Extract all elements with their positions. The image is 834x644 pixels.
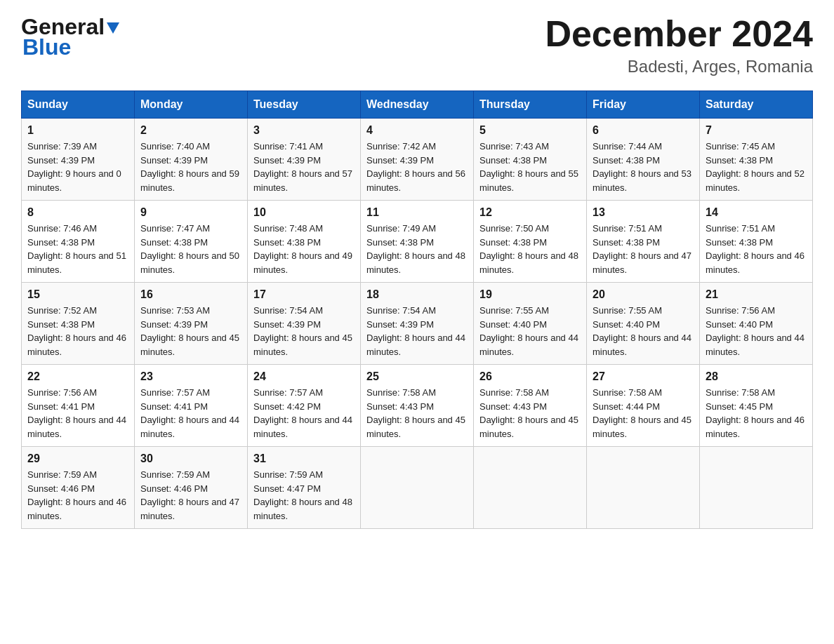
logo-triangle-icon [105,20,121,35]
day-info: Sunrise: 7:50 AM Sunset: 4:38 PM Dayligh… [479,222,581,276]
day-info: Sunrise: 7:54 AM Sunset: 4:39 PM Dayligh… [253,304,355,358]
sunset-label: Sunset: 4:39 PM [140,319,208,330]
sunrise-label: Sunrise: 7:54 AM [366,305,436,316]
day-info: Sunrise: 7:48 AM Sunset: 4:38 PM Dayligh… [253,222,355,276]
day-info: Sunrise: 7:57 AM Sunset: 4:42 PM Dayligh… [253,386,355,441]
day-number: 18 [366,288,468,301]
day-number: 27 [593,370,694,383]
day-info: Sunrise: 7:45 AM Sunset: 4:38 PM Dayligh… [706,140,807,194]
daylight-label: Daylight: 8 hours and 45 minutes. [593,415,691,439]
sunrise-label: Sunrise: 7:51 AM [593,223,662,234]
calendar-cell: 10 Sunrise: 7:48 AM Sunset: 4:38 PM Dayl… [248,201,361,283]
sunset-label: Sunset: 4:40 PM [479,319,547,330]
calendar-cell: 12 Sunrise: 7:50 AM Sunset: 4:38 PM Dayl… [474,201,587,283]
day-number: 10 [253,206,355,219]
day-info: Sunrise: 7:47 AM Sunset: 4:38 PM Dayligh… [140,222,241,276]
sunset-label: Sunset: 4:40 PM [706,319,773,330]
sunset-label: Sunset: 4:38 PM [479,155,547,166]
sunrise-label: Sunrise: 7:59 AM [140,469,210,480]
day-number: 22 [27,370,128,383]
daylight-label: Daylight: 8 hours and 53 minutes. [593,168,691,193]
day-info: Sunrise: 7:58 AM Sunset: 4:43 PM Dayligh… [366,386,468,441]
daylight-label: Daylight: 8 hours and 45 minutes. [366,415,465,439]
sunrise-label: Sunrise: 7:58 AM [593,387,662,398]
day-info: Sunrise: 7:40 AM Sunset: 4:39 PM Dayligh… [140,140,241,194]
calendar-cell: 23 Sunrise: 7:57 AM Sunset: 4:41 PM Dayl… [135,365,248,447]
calendar-cell: 5 Sunrise: 7:43 AM Sunset: 4:38 PM Dayli… [474,119,587,201]
day-info: Sunrise: 7:58 AM Sunset: 4:43 PM Dayligh… [479,386,581,441]
sunrise-label: Sunrise: 7:44 AM [593,141,662,152]
page-header: General Blue December 2024 Badesti, Arge… [21,14,813,76]
week-row-2: 8 Sunrise: 7:46 AM Sunset: 4:38 PM Dayli… [22,201,813,283]
calendar-header: SundayMondayTuesdayWednesdayThursdayFrid… [22,91,813,119]
day-info: Sunrise: 7:49 AM Sunset: 4:38 PM Dayligh… [366,222,468,276]
daylight-label: Daylight: 8 hours and 49 minutes. [253,250,352,275]
sunset-label: Sunset: 4:39 PM [253,319,321,330]
calendar-cell: 6 Sunrise: 7:44 AM Sunset: 4:38 PM Dayli… [587,119,700,201]
day-number: 11 [366,206,468,219]
day-info: Sunrise: 7:51 AM Sunset: 4:38 PM Dayligh… [593,222,694,276]
daylight-label: Daylight: 8 hours and 51 minutes. [27,250,126,275]
day-number: 31 [253,452,355,465]
sunset-label: Sunset: 4:43 PM [479,401,547,412]
sunrise-label: Sunrise: 7:49 AM [366,223,436,234]
day-number: 16 [140,288,241,301]
calendar-cell: 20 Sunrise: 7:55 AM Sunset: 4:40 PM Dayl… [587,283,700,365]
daylight-label: Daylight: 8 hours and 46 minutes. [706,250,805,275]
daylight-label: Daylight: 8 hours and 44 minutes. [253,415,352,439]
calendar-cell: 24 Sunrise: 7:57 AM Sunset: 4:42 PM Dayl… [248,365,361,447]
sunset-label: Sunset: 4:41 PM [140,401,208,412]
day-header-wednesday: Wednesday [361,91,474,119]
sunrise-label: Sunrise: 7:43 AM [479,141,549,152]
daylight-label: Daylight: 8 hours and 46 minutes. [27,333,126,357]
day-info: Sunrise: 7:56 AM Sunset: 4:41 PM Dayligh… [27,386,128,441]
daylight-label: Daylight: 8 hours and 44 minutes. [27,415,126,439]
day-number: 24 [253,370,355,383]
calendar-cell: 15 Sunrise: 7:52 AM Sunset: 4:38 PM Dayl… [22,283,135,365]
day-header-thursday: Thursday [474,91,587,119]
day-info: Sunrise: 7:42 AM Sunset: 4:39 PM Dayligh… [366,140,468,194]
daylight-label: Daylight: 8 hours and 48 minutes. [253,497,352,521]
day-number: 5 [479,124,581,137]
calendar-cell: 22 Sunrise: 7:56 AM Sunset: 4:41 PM Dayl… [22,365,135,447]
sunrise-label: Sunrise: 7:59 AM [253,469,323,480]
calendar-cell [587,447,700,529]
sunrise-label: Sunrise: 7:58 AM [479,387,549,398]
daylight-label: Daylight: 8 hours and 55 minutes. [479,168,578,193]
calendar-cell: 31 Sunrise: 7:59 AM Sunset: 4:47 PM Dayl… [248,447,361,529]
calendar-cell: 27 Sunrise: 7:58 AM Sunset: 4:44 PM Dayl… [587,365,700,447]
logo-blue: Blue [22,34,71,60]
sunrise-label: Sunrise: 7:57 AM [140,387,210,398]
sunset-label: Sunset: 4:39 PM [253,155,321,166]
daylight-label: Daylight: 8 hours and 46 minutes. [27,497,126,521]
calendar-cell: 18 Sunrise: 7:54 AM Sunset: 4:39 PM Dayl… [361,283,474,365]
week-row-4: 22 Sunrise: 7:56 AM Sunset: 4:41 PM Dayl… [22,365,813,447]
daylight-label: Daylight: 8 hours and 48 minutes. [479,250,578,275]
calendar-cell: 2 Sunrise: 7:40 AM Sunset: 4:39 PM Dayli… [135,119,248,201]
calendar-cell: 11 Sunrise: 7:49 AM Sunset: 4:38 PM Dayl… [361,201,474,283]
sunset-label: Sunset: 4:44 PM [593,401,660,412]
day-number: 30 [140,452,241,465]
calendar-cell: 16 Sunrise: 7:53 AM Sunset: 4:39 PM Dayl… [135,283,248,365]
day-number: 2 [140,124,241,137]
sunrise-label: Sunrise: 7:46 AM [27,223,97,234]
sunset-label: Sunset: 4:38 PM [366,237,434,248]
sunset-label: Sunset: 4:41 PM [27,401,95,412]
day-number: 14 [706,206,807,219]
sunset-label: Sunset: 4:38 PM [253,237,321,248]
day-info: Sunrise: 7:59 AM Sunset: 4:47 PM Dayligh… [253,468,355,523]
daylight-label: Daylight: 8 hours and 44 minutes. [706,333,805,357]
sunset-label: Sunset: 4:39 PM [366,155,434,166]
sunrise-label: Sunrise: 7:58 AM [366,387,436,398]
calendar-cell: 26 Sunrise: 7:58 AM Sunset: 4:43 PM Dayl… [474,365,587,447]
daylight-label: Daylight: 8 hours and 57 minutes. [253,168,352,193]
day-number: 17 [253,288,355,301]
daylight-label: Daylight: 8 hours and 46 minutes. [706,415,805,439]
calendar-cell: 19 Sunrise: 7:55 AM Sunset: 4:40 PM Dayl… [474,283,587,365]
sunrise-label: Sunrise: 7:45 AM [706,141,775,152]
month-title: December 2024 [545,14,813,54]
calendar-body: 1 Sunrise: 7:39 AM Sunset: 4:39 PM Dayli… [22,119,813,529]
sunrise-label: Sunrise: 7:57 AM [253,387,323,398]
day-header-monday: Monday [135,91,248,119]
calendar-cell: 8 Sunrise: 7:46 AM Sunset: 4:38 PM Dayli… [22,201,135,283]
